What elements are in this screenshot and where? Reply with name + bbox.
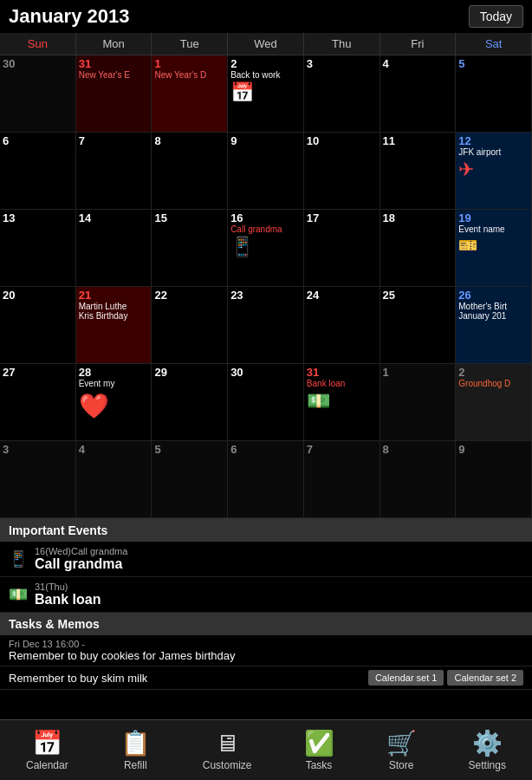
cal-cell-jan7[interactable]: 7 [76,133,152,210]
date-number: 2 [458,366,529,379]
cal-cell-jan15[interactable]: 15 [152,210,228,287]
event-label-mlk: Martin Luthe [79,302,149,311]
cal-cell-feb5[interactable]: 5 [152,441,228,518]
task-item-milk[interactable]: Remember to buy skim milk Calendar set 1… [0,666,532,690]
event-label-kris: Kris Birthday [79,311,149,321]
date-number: 23 [230,289,301,302]
cal-cell-feb6[interactable]: 6 [228,441,304,518]
cal-cell-jan17[interactable]: 17 [304,210,380,287]
cal-cell-jan11[interactable]: 11 [380,133,457,210]
cal-cell-jan31[interactable]: 31 Bank loan 💵 [304,364,380,441]
cal-cell-jan24[interactable]: 24 [304,287,380,364]
date-number: 31 [307,366,377,379]
task-text-milk: Remember to buy skim milk [9,672,365,685]
event-title: Bank loan [35,592,523,608]
cal-cell-jan28[interactable]: 28 Event my ❤️ [76,364,152,441]
event-item-content: 16(Wed)Call grandma Call grandma [35,546,523,572]
header: January 2013 Today [0,0,532,33]
nav-calendar[interactable]: 📅 Calendar [26,729,68,771]
cal-cell-jan22[interactable]: 22 [152,287,228,364]
cal-cell-jan4[interactable]: 4 [380,55,457,133]
calendar-set-1-button[interactable]: Calendar set 1 [368,670,444,686]
cal-cell-jan23[interactable]: 23 [228,287,304,364]
date-number: 4 [79,443,149,456]
event-label: Bank loan [307,379,377,388]
task-item-cookies[interactable]: Fri Dec 13 16:00 - Remember to buy cooki… [0,635,532,666]
cal-cell-jan2[interactable]: 2 Back to work 📅 [228,55,304,133]
cal-cell-dec30[interactable]: 30 [0,55,76,133]
nav-store-label: Store [389,759,414,771]
cal-cell-feb1[interactable]: 1 [380,364,457,441]
cal-cell-jan8[interactable]: 8 [152,133,228,210]
important-events-header: Important Events [0,519,532,542]
event-label-jan: January 201 [458,311,529,321]
cal-cell-jan13[interactable]: 13 [0,210,76,287]
date-number: 5 [154,443,224,456]
cal-cell-jan18[interactable]: 18 [380,210,457,287]
date-number: 27 [3,366,73,379]
cal-cell-jan1[interactable]: 1 New Year's D [152,55,228,133]
date-number: 24 [307,289,377,302]
cal-cell-feb4[interactable]: 4 [76,441,152,518]
date-number: 17 [307,211,377,224]
phone-event-icon: 📱 [9,549,28,569]
nav-refill-label: Refill [124,759,147,771]
event-item-grandma[interactable]: 📱 16(Wed)Call grandma Call grandma [0,542,532,577]
cal-cell-jan29[interactable]: 29 [152,364,228,441]
date-number: 25 [383,289,453,302]
event-label: Back to work [230,70,301,80]
day-header-wed: Wed [228,33,304,55]
day-header-fri: Fri [380,33,457,55]
date-number: 15 [154,211,224,224]
date-number: 30 [230,366,301,379]
cal-cell-feb9[interactable]: 9 [456,441,532,518]
date-number: 10 [307,134,377,147]
cal-cell-jan12[interactable]: 12 JFK airport ✈ [456,133,532,210]
cal-cell-jan30[interactable]: 30 [228,364,304,441]
date-number: 3 [307,57,377,70]
date-number: 7 [307,443,377,456]
event-title: Call grandma [35,556,523,572]
cal-cell-jan26[interactable]: 26 Mother's Birt January 201 [456,287,532,364]
cal-cell-jan9[interactable]: 9 [228,133,304,210]
nav-tasks[interactable]: ✅ Tasks [304,729,334,771]
event-item-bankloan[interactable]: 💵 31(Thu) Bank loan [0,577,532,613]
date-number: 5 [458,57,529,70]
cal-cell-jan16[interactable]: 16 Call grandma 📱 [228,210,304,287]
cal-cell-feb2[interactable]: 2 Groundhog D [456,364,532,441]
date-number: 18 [383,211,453,224]
nav-tasks-label: Tasks [306,759,333,771]
nav-refill[interactable]: 📋 Refill [120,729,151,771]
cal-cell-jan25[interactable]: 25 [380,287,457,364]
cal-cell-feb3[interactable]: 3 [0,441,76,518]
date-number: 30 [3,57,73,70]
nav-settings[interactable]: ⚙️ Settings [469,729,506,771]
cal-cell-jan21[interactable]: 21 Martin Luthe Kris Birthday [76,287,152,364]
today-button[interactable]: Today [469,5,523,28]
cal-cell-jan5[interactable]: 5 [456,55,532,133]
cal-cell-jan10[interactable]: 10 [304,133,380,210]
nav-customize[interactable]: 🖥 Customize [203,729,252,771]
cal-cell-dec31[interactable]: 31 New Year's E [76,55,152,133]
cal-cell-feb7[interactable]: 7 [304,441,380,518]
event-label: Groundhog D [458,379,529,388]
tasks-memos-header: Tasks & Memos [0,613,532,635]
cal-cell-feb8[interactable]: 8 [380,441,457,518]
cal-cell-jan19[interactable]: 19 Event name 🎫 [456,210,532,287]
heart-icon: ❤️ [79,392,149,420]
date-number: 28 [79,366,149,379]
date-number: 16 [230,211,301,224]
nav-store[interactable]: 🛒 Store [386,729,417,771]
event-label: Call grandma [230,224,301,234]
calendar-set-2-button[interactable]: Calendar set 2 [447,670,523,686]
event-label: Event name [458,224,529,234]
cal-cell-jan14[interactable]: 14 [76,210,152,287]
cal-cell-jan27[interactable]: 27 [0,364,76,441]
task-date: Fri Dec 13 16:00 - [9,639,523,649]
cal-cell-jan3[interactable]: 3 [304,55,380,133]
refill-nav-icon: 📋 [120,729,151,757]
cal-cell-jan20[interactable]: 20 [0,287,76,364]
date-number: 7 [79,134,149,147]
task-text: Remember to buy cookies for James birthd… [9,649,523,662]
cal-cell-jan6[interactable]: 6 [0,133,76,210]
